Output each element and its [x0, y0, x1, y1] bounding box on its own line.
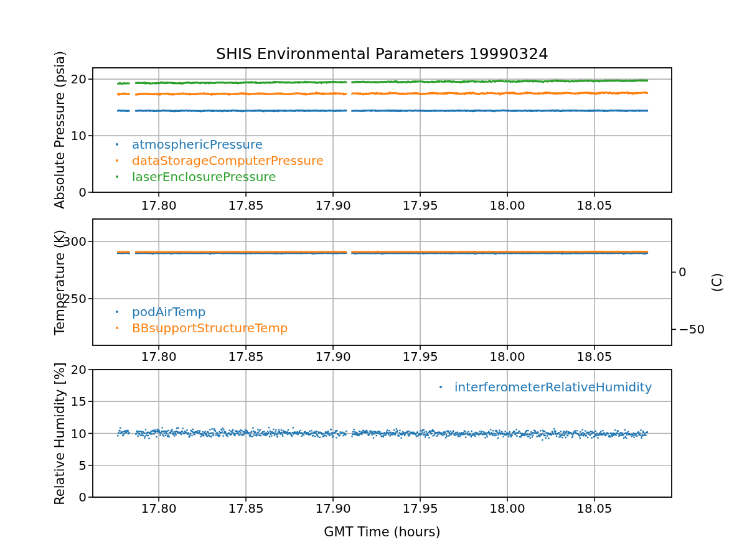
- x-tick-label: 18.05: [576, 349, 612, 364]
- legend-label: laserEnclosurePressure: [132, 169, 276, 184]
- x-tick-label: 17.90: [315, 349, 350, 364]
- legend-marker-icon: [116, 310, 118, 313]
- x-tick-label: 17.85: [228, 349, 263, 364]
- x-tick-label: 18.00: [489, 349, 525, 364]
- x-tick-label: 17.90: [315, 501, 350, 516]
- y-tick-label: 10: [71, 128, 87, 143]
- right-y-tick-label: 0: [679, 264, 687, 279]
- legend-marker-icon: [116, 159, 118, 162]
- legend-label: podAirTemp: [132, 304, 205, 319]
- x-tick-label: 17.80: [141, 349, 176, 364]
- y-tick-label: 0: [78, 185, 87, 200]
- y-tick-label: 20: [71, 72, 87, 86]
- y-tick-label: 20: [71, 362, 87, 377]
- plot-canvas: [0, 0, 747, 560]
- chart-title: SHIS Environmental Parameters 19990324: [216, 45, 548, 63]
- legend-marker-icon: [116, 175, 118, 178]
- x-tick-label: 17.85: [228, 198, 263, 213]
- x-tick-label: 17.80: [141, 198, 176, 213]
- right-y-tick-label: −50: [679, 322, 705, 337]
- x-tick-label: 18.05: [576, 198, 612, 213]
- legend-marker-icon: [116, 143, 118, 146]
- legend-marker-icon: [116, 327, 118, 329]
- x-tick-label: 18.00: [489, 501, 525, 516]
- x-tick-label: 17.95: [402, 349, 438, 364]
- legend-label: BBsupportStructureTemp: [132, 320, 288, 335]
- y-axis-label-humidity: Relative Humidity [%]: [52, 362, 67, 505]
- legend-label: interferometerRelativeHumidity: [454, 380, 652, 394]
- y-tick-label: 10: [71, 426, 87, 441]
- x-tick-label: 17.80: [141, 501, 176, 516]
- legend-marker-icon: [439, 386, 442, 388]
- legend-label: atmosphericPressure: [132, 137, 263, 152]
- x-tick-label: 17.85: [228, 501, 263, 516]
- y-tick-label: 15: [71, 394, 87, 409]
- y-tick-label: 5: [78, 458, 87, 473]
- x-tick-label: 17.90: [315, 198, 350, 213]
- x-tick-label: 17.95: [402, 198, 438, 213]
- y-tick-label: 300: [63, 234, 87, 249]
- x-tick-label: 17.95: [402, 501, 438, 516]
- y-axis-label-celsius: (C): [710, 273, 725, 292]
- y-axis-label-pressure: Absolute Pressure (psia): [52, 51, 67, 209]
- figure: SHIS Environmental Parameters 19990324 A…: [0, 0, 747, 560]
- x-tick-label: 18.00: [489, 198, 525, 213]
- y-tick-label: 250: [63, 291, 87, 306]
- x-axis-label: GMT Time (hours): [324, 525, 440, 539]
- legend-label: dataStorageComputerPressure: [132, 153, 324, 168]
- y-tick-label: 0: [78, 490, 87, 505]
- x-tick-label: 18.05: [576, 501, 612, 516]
